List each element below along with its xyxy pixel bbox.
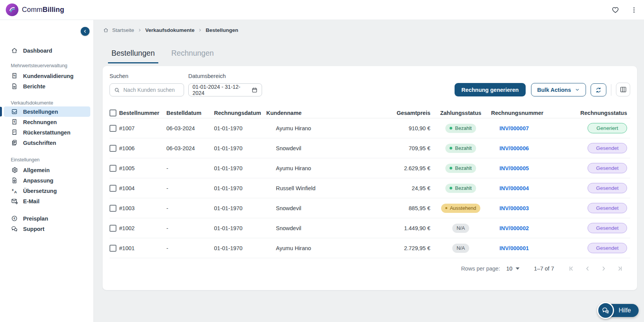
sidebar-item-berichte[interactable]: Berichte <box>0 81 93 91</box>
invoice-number-cell: INV/000001 <box>491 245 537 251</box>
row-checkbox[interactable] <box>110 145 116 152</box>
order-date-cell: - <box>166 225 214 231</box>
gear-icon <box>11 166 18 174</box>
receipt-euro-icon: € <box>11 118 18 126</box>
mail-gear-icon <box>11 198 18 205</box>
customer-name-cell: Ayumu Hirano <box>266 245 332 251</box>
search-input[interactable] <box>123 87 180 93</box>
status-dot-icon <box>450 167 452 169</box>
payment-status-cell: N/A <box>430 244 491 253</box>
bulk-actions-button[interactable]: Bulk Actions <box>531 83 586 96</box>
sidebar-item-dashboard[interactable]: Dashboard <box>0 45 93 56</box>
invoice-number-cell: INV/000006 <box>491 145 537 151</box>
sidebar-item-allgemein[interactable]: Allgemein <box>0 165 93 175</box>
breadcrumb-item[interactable]: Startseite <box>112 27 134 33</box>
columns-icon <box>619 86 627 93</box>
row-checkbox[interactable] <box>110 245 116 252</box>
row-checkbox[interactable] <box>110 125 116 132</box>
order-date-cell: - <box>166 205 214 211</box>
invoice-date-cell: 01-01-1970 <box>214 145 266 151</box>
sidebar-item--bersetzung[interactable]: xAÜbersetzung <box>0 186 93 196</box>
sidebar-item-label: Rechnungen <box>23 119 57 125</box>
sidebar-item-label: Rückerstattungen <box>23 129 70 136</box>
first-page-button[interactable] <box>568 265 575 272</box>
row-checkbox[interactable] <box>110 225 116 232</box>
payment-status-cell: Ausstehend <box>430 204 491 213</box>
payment-status-badge: Bezahlt <box>445 144 476 153</box>
column-header: Bestelldatum <box>166 110 214 116</box>
tab-rechnungen[interactable]: Rechnungen <box>168 49 217 63</box>
customer-name-cell: Snowdevil <box>266 205 332 211</box>
logo-swirl-icon <box>6 3 18 16</box>
breadcrumb-item[interactable]: Bestellungen <box>206 27 238 33</box>
sidebar-item-e-mail[interactable]: E-Mail <box>0 196 93 206</box>
row-checkbox[interactable] <box>110 165 116 172</box>
breadcrumb-item[interactable]: Verkaufsdokumente <box>145 27 194 33</box>
refresh-button[interactable] <box>591 83 606 96</box>
generate-invoice-button[interactable]: Rechnung generieren <box>455 83 526 96</box>
copy-note-icon <box>11 139 18 146</box>
sidebar-item-preisplan[interactable]: €Preisplan <box>0 213 93 224</box>
sidebar-item-label: Übersetzung <box>23 188 57 194</box>
column-header: Zahlungsstatus <box>430 110 491 116</box>
favorites-button[interactable] <box>611 5 620 15</box>
total-price-cell: 1.449,90 € <box>332 225 430 231</box>
previous-page-button[interactable] <box>584 265 591 272</box>
chevron-down-icon <box>575 87 580 92</box>
order-date-cell: - <box>166 185 214 191</box>
invoice-status-cell: Gesendet <box>537 223 630 233</box>
invoice-link[interactable]: INV/000002 <box>500 225 529 231</box>
row-checkbox[interactable] <box>110 205 116 212</box>
invoice-link[interactable]: INV/000001 <box>500 245 529 251</box>
sidebar-collapse-button[interactable] <box>81 27 90 36</box>
invoice-link[interactable]: INV/000005 <box>500 165 529 171</box>
sidebar-section-label: Verkaufsdokumente <box>0 100 93 106</box>
invoice-status-cell: Gesendet <box>537 163 630 173</box>
invoice-date-cell: 01-01-1970 <box>214 165 266 171</box>
order-date-cell: - <box>166 165 214 171</box>
sidebar-item-r-ckerstattungen[interactable]: ↩Rückerstattungen <box>0 127 93 138</box>
sidebar-item-bestellungen[interactable]: Bestellungen <box>4 106 90 117</box>
svg-text:€: € <box>13 217 15 220</box>
date-range-value: 01-01-2024 - 31-12-2024 <box>193 84 248 96</box>
app-logo[interactable]: CommBilling <box>6 3 64 16</box>
invoice-link[interactable]: INV/000006 <box>500 145 529 151</box>
heart-icon <box>611 6 619 14</box>
row-checkbox[interactable] <box>110 185 116 192</box>
order-number-cell: #1007 <box>119 125 166 131</box>
invoice-link[interactable]: INV/000003 <box>500 205 529 211</box>
payment-status-badge: Ausstehend <box>441 204 481 213</box>
sidebar-item-kundenvalidierung[interactable]: %Kundenvalidierung <box>0 71 93 81</box>
tab-bestellungen[interactable]: Bestellungen <box>108 49 158 63</box>
column-header: Rechnungsnummer <box>491 110 537 116</box>
invoice-number-cell: INV/000005 <box>491 165 537 171</box>
sidebar-section-label: Einstellungen <box>0 156 93 163</box>
invoice-link[interactable]: INV/000007 <box>500 125 529 131</box>
bulk-actions-label: Bulk Actions <box>537 87 571 93</box>
customer-name-cell: Snowdevil <box>266 225 332 231</box>
table-row: #1004-01-01-1970Russell Winfield24,95 €B… <box>110 178 630 198</box>
column-settings-button[interactable] <box>616 83 630 96</box>
date-range-field[interactable]: 01-01-2024 - 31-12-2024 <box>188 83 262 96</box>
order-number-cell: #1005 <box>119 165 166 171</box>
select-all-checkbox[interactable] <box>110 110 116 116</box>
customer-search-field[interactable] <box>110 83 184 96</box>
sidebar-item-label: Preisplan <box>23 216 48 222</box>
invoice-status-badge: Gesendet <box>588 223 627 233</box>
sidebar-item-anpassung[interactable]: Anpassung <box>0 175 93 186</box>
status-dot-icon <box>450 187 452 189</box>
last-page-button[interactable] <box>616 265 623 272</box>
sidebar-item-support[interactable]: Support <box>0 224 93 234</box>
sidebar-item-rechnungen[interactable]: €Rechnungen <box>0 117 93 127</box>
rows-per-page-select[interactable]: 10 <box>506 266 519 272</box>
invoice-link[interactable]: INV/000004 <box>500 185 529 191</box>
next-page-button[interactable] <box>600 265 607 272</box>
help-button[interactable]: Hilfe <box>599 304 639 317</box>
status-dot-icon <box>450 127 452 129</box>
chevron-left-icon <box>83 29 88 34</box>
sidebar-item-gutschriften[interactable]: Gutschriften <box>0 138 93 148</box>
invoice-number-cell: INV/000003 <box>491 205 537 211</box>
sidebar: DashboardMehrwertsteuerverwaltung%Kunden… <box>0 20 94 322</box>
column-header: Kundenname <box>266 110 332 116</box>
overflow-menu-button[interactable] <box>629 5 639 15</box>
